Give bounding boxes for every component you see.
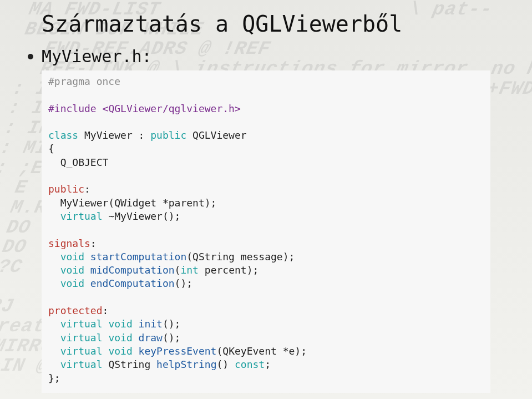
fn-midcomputation-args: percent); xyxy=(199,264,259,276)
protected-colon: : xyxy=(103,305,109,316)
fn-init-args: (); xyxy=(163,318,181,330)
void-keyword: void xyxy=(103,318,133,330)
fn-startcomputation: startComputation xyxy=(84,251,186,262)
void-keyword: void xyxy=(48,277,84,289)
return-type-qstring: QString xyxy=(103,358,157,370)
protected-access: protected xyxy=(48,305,103,316)
open-paren: ( xyxy=(175,264,181,276)
base-class: QGLViewer xyxy=(186,129,246,141)
fn-endcomputation: endComputation xyxy=(84,277,175,289)
virtual-keyword: virtual xyxy=(48,345,103,357)
close-brace: }; xyxy=(48,372,60,384)
fn-midcomputation: midComputation xyxy=(84,264,175,276)
class-keyword: class xyxy=(48,129,78,141)
bullet-row: MyViewer.h: xyxy=(42,47,490,66)
void-keyword: void xyxy=(103,332,133,344)
bullet-text: MyViewer.h: xyxy=(42,47,152,66)
virtual-keyword: virtual xyxy=(48,332,103,344)
fn-helpstring: helpString xyxy=(156,358,216,370)
fn-keypressevent-args: (QKeyEvent *e); xyxy=(216,345,307,357)
virtual-keyword: virtual xyxy=(48,318,103,330)
fn-draw-args: (); xyxy=(163,332,181,344)
include-keyword: #include xyxy=(48,103,97,114)
void-keyword: void xyxy=(48,264,84,276)
fn-draw: draw xyxy=(133,332,163,344)
fn-init: init xyxy=(133,318,163,330)
signals-colon: : xyxy=(90,238,97,249)
public-inherit-keyword: public xyxy=(150,129,186,141)
fn-endcomputation-args: (); xyxy=(175,277,193,289)
void-keyword: void xyxy=(103,345,133,357)
include-path: <QGLViewer/qglviewer.h> xyxy=(97,103,241,114)
const-keyword: const xyxy=(235,358,265,370)
virtual-keyword: virtual xyxy=(48,210,103,222)
open-brace: { xyxy=(48,143,54,154)
constructor-decl: MyViewer(QWidget *parent); xyxy=(48,197,216,209)
fn-startcomputation-args: (QString message); xyxy=(186,251,295,262)
slide-content: Származtatás a QGLViewerből MyViewer.h: … xyxy=(0,0,532,393)
public-access: public xyxy=(48,183,84,195)
code-block: #pragma once #include <QGLViewer/qglview… xyxy=(42,70,490,393)
semicolon: ; xyxy=(265,358,271,370)
fn-helpstring-args: () xyxy=(216,358,235,370)
pragma-rest: once xyxy=(90,75,120,87)
public-colon: : xyxy=(84,183,90,195)
void-keyword: void xyxy=(48,251,84,262)
slide-title: Származtatás a QGLViewerből xyxy=(42,11,490,37)
class-name: MyViewer : xyxy=(78,129,150,141)
qobject-macro: Q_OBJECT xyxy=(48,156,108,168)
bullet-icon xyxy=(28,54,33,59)
int-keyword: int xyxy=(180,264,199,276)
virtual-keyword: virtual xyxy=(48,358,103,370)
fn-keypressevent: keyPressEvent xyxy=(133,345,217,357)
signals-access: signals xyxy=(48,238,90,249)
pragma-keyword: #pragma xyxy=(48,75,90,87)
destructor-decl: ~MyViewer(); xyxy=(103,210,181,222)
